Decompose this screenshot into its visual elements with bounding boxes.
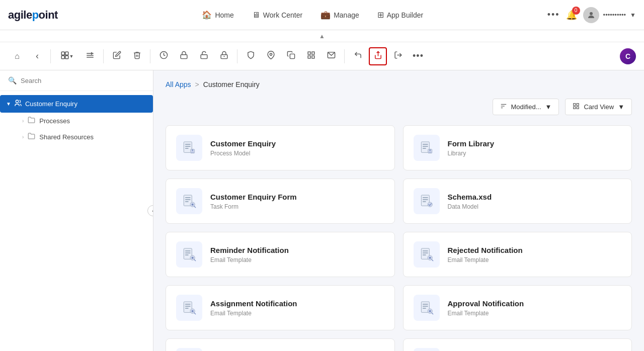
svg-rect-69 xyxy=(185,304,191,305)
card-info: Rejected Notification Email Template xyxy=(448,246,523,264)
avatar-initial: C xyxy=(625,52,630,60)
toolbar-reply-button[interactable] xyxy=(349,47,367,65)
svg-rect-10 xyxy=(201,55,207,59)
processes-folder-icon xyxy=(28,116,35,125)
card-info: Schema.xsd Data Model xyxy=(448,193,492,210)
toolbar-new-button[interactable]: ▼ xyxy=(55,47,79,65)
toolbar-export-button[interactable] xyxy=(389,47,407,65)
toolbar-lock-button[interactable] xyxy=(175,47,193,65)
sort-chevron-icon: ▼ xyxy=(545,103,552,111)
monitor-icon: 🖥 xyxy=(252,11,260,20)
nav-items: 🏠 Home 🖥 Work Center 💼 Manage ⊞ App Buil… xyxy=(78,6,547,24)
svg-point-0 xyxy=(590,12,593,15)
toolbar-home-icon: ⌂ xyxy=(15,52,20,61)
toolbar-separator-1 xyxy=(50,49,51,63)
toolbar-delete-button[interactable] xyxy=(128,47,146,65)
toolbar-unlock-button[interactable] xyxy=(195,47,213,65)
card-icon-wrap xyxy=(414,348,440,351)
card-report-view[interactable]: Report View xyxy=(403,338,632,351)
user-toolbar-avatar[interactable]: C xyxy=(620,48,636,64)
card-reminder-notification[interactable]: Reminder Notification Email Template xyxy=(166,232,395,277)
card-schema-xsd[interactable]: Schema.xsd Data Model xyxy=(403,179,632,224)
svg-rect-31 xyxy=(185,144,191,145)
card-rejected-notification[interactable]: Rejected Notification Email Template xyxy=(403,232,632,277)
logo-text: agilepoint xyxy=(8,9,58,22)
card-title: Assignment Notification xyxy=(210,299,297,308)
toolbar-arrange-icon xyxy=(86,51,95,62)
toolbar-unlock-icon xyxy=(200,51,208,61)
toolbar-more-button[interactable]: ••• xyxy=(409,47,427,65)
toolbar-location-button[interactable] xyxy=(262,47,280,65)
toolbar-separator-3 xyxy=(150,49,150,63)
svg-line-67 xyxy=(432,259,433,261)
toolbar-share-button[interactable] xyxy=(369,47,387,65)
card-subtitle: Library xyxy=(448,150,495,157)
svg-rect-63 xyxy=(423,252,428,253)
toolbar-shield-icon xyxy=(247,51,255,61)
card-icon-wrap xyxy=(414,188,440,214)
toolbar-grid2-icon xyxy=(307,51,315,61)
nav-home-label: Home xyxy=(215,11,233,19)
svg-rect-18 xyxy=(311,56,314,58)
card-title: Customer Enquiry Form xyxy=(210,193,297,201)
card-clarification-notification[interactable]: Clarification Notification Email Templat… xyxy=(166,338,395,351)
card-info: Reminder Notification Email Template xyxy=(210,246,289,264)
toolbar-lock2-button[interactable] xyxy=(215,47,233,65)
toolbar-shield-button[interactable] xyxy=(242,47,260,65)
nav-manage[interactable]: 💼 Manage xyxy=(313,6,366,24)
card-customer-enquiry-form[interactable]: Customer Enquiry Form Task Form xyxy=(166,179,395,224)
sidebar-item-customer-enquiry[interactable]: ▼ Customer Enquiry xyxy=(0,95,153,113)
sort-button[interactable]: Modified... ▼ xyxy=(493,99,559,115)
tree-users-icon xyxy=(14,99,22,109)
card-customer-enquiry[interactable]: Customer Enquiry Process Model xyxy=(166,125,395,170)
sidebar-item-processes[interactable]: › Processes xyxy=(16,113,153,129)
view-chevron-icon: ▼ xyxy=(618,103,624,111)
toolbar-arrange-button[interactable] xyxy=(81,47,99,65)
toolbar-home-button[interactable]: ⌂ xyxy=(8,47,26,65)
toolbar-copy-button[interactable] xyxy=(282,47,300,65)
card-approval-notification[interactable]: Approval Notification Email Template xyxy=(403,285,632,330)
svg-line-74 xyxy=(194,313,196,314)
toolbar-back-button[interactable]: ‹ xyxy=(28,47,46,65)
view-button[interactable]: Card View ▼ xyxy=(565,99,632,115)
nav-home[interactable]: 🏠 Home xyxy=(195,6,240,24)
user-menu[interactable]: •••••••••• ▼ xyxy=(583,7,636,23)
view-grid-icon xyxy=(573,103,580,111)
search-input[interactable] xyxy=(21,77,145,84)
card-subtitle: Email Template xyxy=(448,310,524,317)
notification-button[interactable]: 🔔 0 xyxy=(566,10,577,21)
svg-rect-32 xyxy=(185,146,191,147)
svg-point-41 xyxy=(429,149,431,151)
card-form-library[interactable]: Form Library Library xyxy=(403,125,632,170)
logo[interactable]: agilepoint xyxy=(8,9,58,22)
nav-appbuilder[interactable]: ⊞ App Builder xyxy=(370,6,430,24)
sidebar-search-container: 🔍 xyxy=(0,70,153,91)
nav-more-button[interactable]: ••• xyxy=(547,10,560,20)
sidebar-item-shared-resources[interactable]: › Shared Resources xyxy=(16,129,153,145)
card-title: Customer Enquiry xyxy=(210,139,276,148)
toolbar-email-button[interactable] xyxy=(322,47,340,65)
card-assignment-notification[interactable]: Assignment Notification Email Template xyxy=(166,285,395,330)
toolbar-grid-button[interactable] xyxy=(302,47,320,65)
user-chevron-icon: ▼ xyxy=(630,12,636,19)
nav-workcenter[interactable]: 🖥 Work Center xyxy=(245,7,309,24)
svg-point-13 xyxy=(270,53,272,55)
toolbar-edit-button[interactable] xyxy=(108,47,126,65)
toolbar-history-button[interactable] xyxy=(154,47,173,65)
svg-rect-33 xyxy=(185,148,189,149)
svg-rect-70 xyxy=(185,306,191,307)
svg-rect-78 xyxy=(423,308,426,309)
svg-rect-29 xyxy=(577,107,579,109)
toolbar-lock-icon xyxy=(180,51,188,61)
shared-resources-label: Shared Resources xyxy=(39,133,94,141)
card-subtitle: Email Template xyxy=(210,256,289,264)
tree-sub-items: › Processes › Shared Resources xyxy=(0,113,153,145)
breadcrumb-all-apps[interactable]: All Apps xyxy=(166,80,191,89)
card-icon-wrap xyxy=(414,135,440,161)
sidebar-collapse-button[interactable]: ‹ xyxy=(147,205,153,216)
toolbar-new-dropdown-icon: ▼ xyxy=(69,54,74,59)
svg-rect-77 xyxy=(423,306,428,307)
svg-rect-52 xyxy=(423,201,426,202)
collapse-button[interactable]: ▲ xyxy=(319,33,325,40)
sort-icon xyxy=(500,103,507,111)
